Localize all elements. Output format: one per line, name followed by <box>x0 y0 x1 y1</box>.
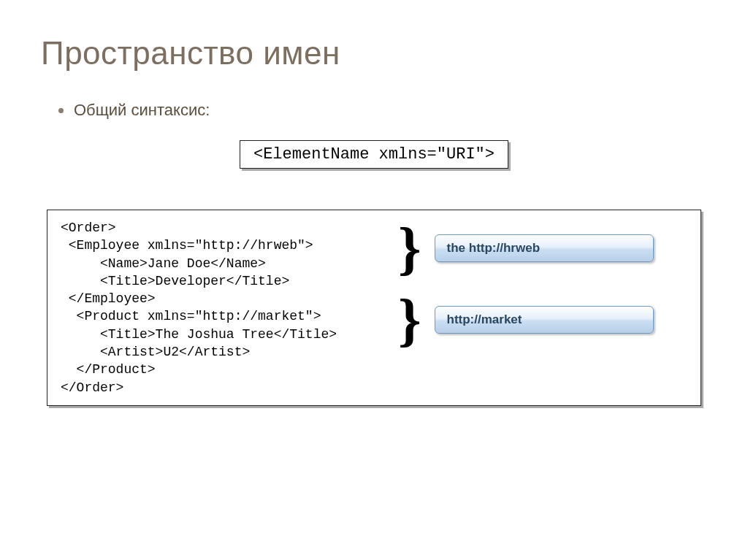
syntax-box: <ElementName xmlns="URI"> <box>240 140 508 169</box>
bullet-icon <box>58 108 64 113</box>
brace-icon: } <box>398 223 421 273</box>
slide: Пространство имен Общий синтаксис: <Elem… <box>0 0 748 560</box>
annotation-badge-2: http://market <box>435 306 654 334</box>
annotation-row-2: } http://market <box>398 295 654 345</box>
syntax-box-wrap: <ElementName xmlns="URI"> <box>41 140 707 169</box>
annotation-badge-1: the http://hrweb <box>435 234 654 262</box>
bullet-text: Общий синтаксис: <box>74 101 210 120</box>
annotation-row-1: } the http://hrweb <box>398 223 654 273</box>
slide-title: Пространство имен <box>41 35 707 72</box>
bullet-row: Общий синтаксис: <box>58 101 707 120</box>
brace-icon: } <box>398 295 421 345</box>
example-box: <Order> <Employee xmlns="http://hrweb"> … <box>47 210 701 406</box>
